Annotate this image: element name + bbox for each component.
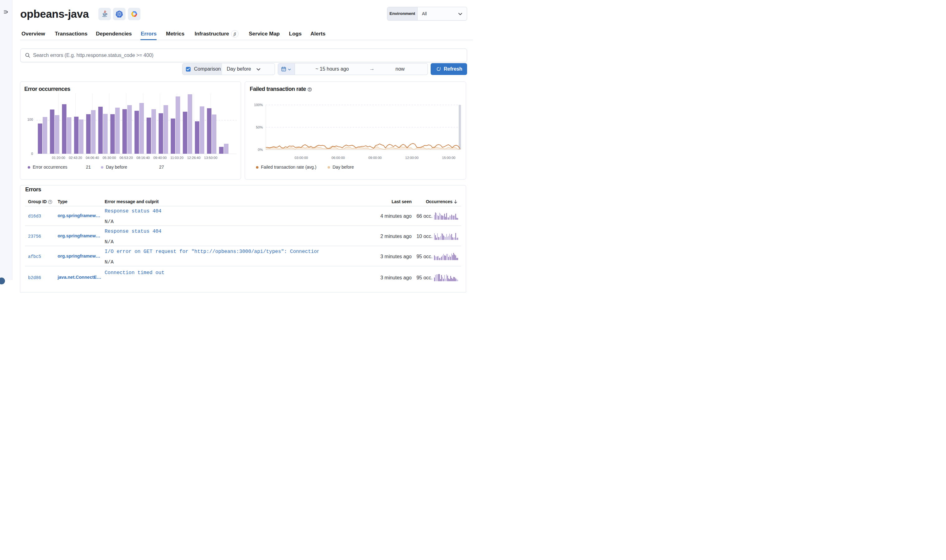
svg-text:100%: 100% (254, 103, 263, 107)
svg-text:05:30:00: 05:30:00 (102, 156, 116, 160)
svg-text:11:03:20: 11:03:20 (170, 156, 184, 160)
svg-text:12:26:40: 12:26:40 (187, 156, 201, 160)
svg-text:04:06:40: 04:06:40 (86, 156, 99, 160)
svg-text:0: 0 (31, 152, 33, 155)
svg-text:06:00:00: 06:00:00 (332, 156, 345, 160)
svg-text:03:00:00: 03:00:00 (295, 156, 308, 160)
svg-text:01:20:00: 01:20:00 (52, 156, 65, 160)
svg-text:13:50:00: 13:50:00 (204, 156, 218, 160)
svg-text:12:00:00: 12:00:00 (405, 156, 418, 160)
svg-text:06:53:20: 06:53:20 (120, 156, 133, 160)
svg-text:08:16:40: 08:16:40 (136, 156, 150, 160)
svg-text:09:40:00: 09:40:00 (153, 156, 167, 160)
svg-text:0%: 0% (258, 148, 263, 152)
svg-text:15:00:00: 15:00:00 (442, 156, 455, 160)
svg-text:50%: 50% (256, 125, 263, 129)
svg-text:100: 100 (28, 118, 33, 122)
svg-text:09:00:00: 09:00:00 (368, 156, 382, 160)
svg-text:02:43:20: 02:43:20 (69, 156, 82, 160)
